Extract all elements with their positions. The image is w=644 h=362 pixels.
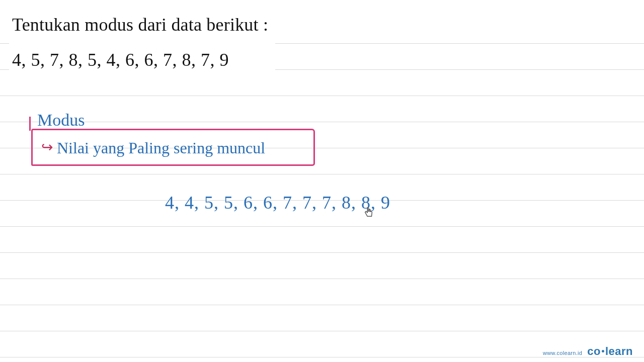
footer-url: www.colearn.id xyxy=(543,350,582,356)
definition-row: ↪ Nilai yang Paling sering muncul xyxy=(41,139,265,157)
brand-dot-icon xyxy=(602,350,604,352)
arrow-icon: ↪ xyxy=(41,139,53,155)
brand-right: learn xyxy=(605,345,633,357)
footer-brand: colearn xyxy=(587,345,633,358)
definition-text: Nilai yang Paling sering muncul xyxy=(57,139,265,157)
box-connector-tick xyxy=(29,117,31,131)
sorted-data-series: 4, 4, 5, 5, 6, 6, 7, 7, 7, 8, 8, 9 xyxy=(165,192,390,213)
question-data-series: 4, 5, 7, 8, 5, 4, 6, 6, 7, 8, 7, 9 xyxy=(12,49,268,70)
footer: www.colearn.id colearn xyxy=(543,345,633,358)
brand-left: co xyxy=(587,345,601,357)
question-title: Tentukan modus dari data berikut : xyxy=(12,14,268,35)
concept-label: Modus xyxy=(37,111,85,130)
question-block: Tentukan modus dari data berikut : 4, 5,… xyxy=(9,9,275,76)
cursor-hand-icon xyxy=(363,206,374,219)
